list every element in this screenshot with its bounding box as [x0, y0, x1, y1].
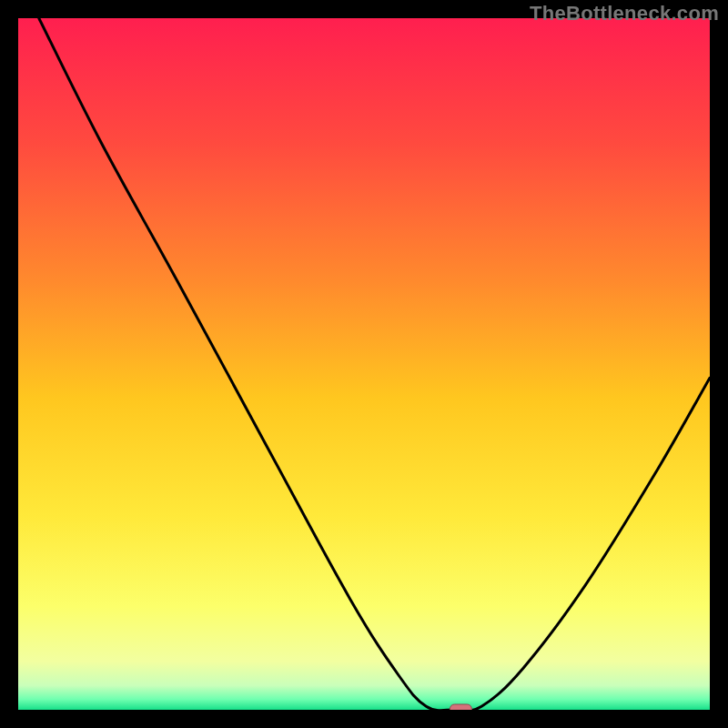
chart-plot-area [18, 18, 710, 710]
watermark-text: TheBottleneck.com [530, 2, 719, 25]
chart-frame: TheBottleneck.com [0, 0, 728, 728]
optimal-marker [450, 704, 471, 710]
chart-background [18, 18, 710, 710]
chart-svg [18, 18, 710, 710]
